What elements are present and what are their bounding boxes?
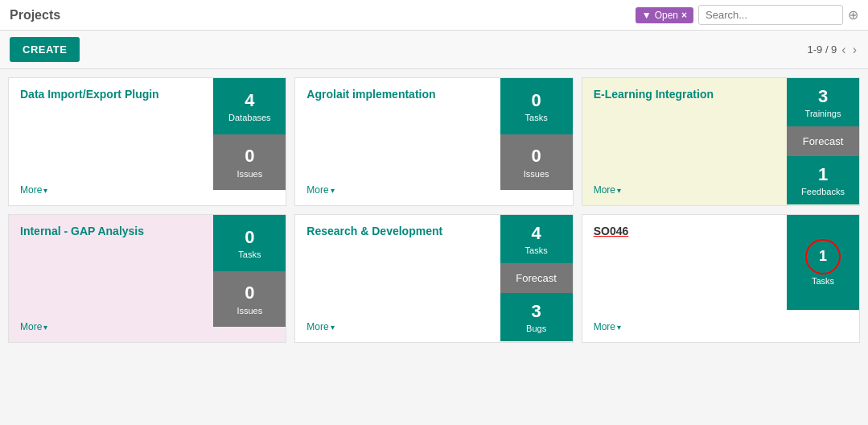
search-area: ▼ Open × ⊕	[636, 5, 858, 25]
project-stats-agrolait: 0Tasks0Issues	[500, 78, 573, 190]
filter-icon: ▼	[642, 10, 652, 21]
project-main-research: Research & DevelopmentMore	[295, 215, 500, 342]
stat-cell-internal-gap-1[interactable]: 0Issues	[213, 271, 286, 328]
stat-cell-data-import-0[interactable]: 4Databases	[213, 78, 286, 134]
project-main-agrolait: Agrolait implementationMore	[295, 78, 500, 205]
stat-label: Tasks	[238, 250, 261, 259]
project-card-agrolait: Agrolait implementationMore0Tasks0Issues	[294, 77, 573, 206]
stat-label: Issues	[237, 169, 262, 179]
stat-cell-data-import-1[interactable]: 0Issues	[213, 134, 286, 191]
stat-cell-elearning-0[interactable]: 3Trainings	[787, 78, 859, 126]
search-input[interactable]	[698, 5, 843, 25]
more-link-internal-gap[interactable]: More	[20, 321, 202, 332]
projects-grid: Data Import/Export PluginMore4Databases0…	[0, 69, 868, 351]
project-main-so046: SO046More	[582, 215, 787, 342]
search-button[interactable]: ⊕	[848, 7, 858, 23]
stat-cell-internal-gap-0[interactable]: 0Tasks	[213, 215, 286, 271]
stat-number: 0	[245, 146, 254, 167]
stat-label: Tasks	[525, 246, 548, 255]
stat-cell-research-1[interactable]: Forecast	[500, 263, 573, 292]
stat-cell-agrolait-1[interactable]: 0Issues	[500, 134, 573, 191]
project-name-research[interactable]: Research & Development	[306, 225, 488, 237]
stat-number: 1	[818, 164, 828, 185]
filter-close[interactable]: ×	[681, 10, 687, 21]
stat-cell-elearning-1[interactable]: Forecast	[787, 126, 859, 155]
stat-cell-so046-0[interactable]: 1Tasks	[787, 215, 859, 310]
project-name-data-import[interactable]: Data Import/Export Plugin	[20, 88, 202, 101]
project-card-so046: SO046More1Tasks	[582, 214, 860, 343]
page-title: Projects	[10, 8, 60, 23]
project-name-so046[interactable]: SO046	[594, 225, 775, 237]
create-button[interactable]: CREATE	[10, 37, 80, 62]
project-name-elearning[interactable]: E-Learning Integration	[594, 88, 775, 101]
stat-number: 0	[245, 283, 254, 303]
project-stats-data-import: 4Databases0Issues	[213, 78, 286, 190]
project-stats-internal-gap: 0Tasks0Issues	[213, 215, 286, 327]
stat-number: 0	[532, 146, 541, 167]
stat-number: 3	[532, 301, 541, 322]
project-card-internal-gap: Internal - GAP AnalysisMore0Tasks0Issues	[8, 214, 286, 343]
toolbar: CREATE 1-9 / 9 ‹ ›	[0, 31, 868, 69]
stat-label: Issues	[237, 306, 262, 316]
stat-label: Tasks	[525, 113, 548, 122]
more-link-data-import[interactable]: More	[20, 184, 202, 196]
filter-label: Open	[655, 10, 678, 21]
top-bar: Projects ▼ Open × ⊕	[0, 0, 868, 31]
stat-number: 4	[245, 90, 254, 111]
filter-badge[interactable]: ▼ Open ×	[636, 7, 693, 23]
stat-number: 0	[245, 227, 254, 248]
stat-label: Tasks	[812, 276, 834, 286]
stat-label: Feedbacks	[801, 187, 845, 196]
project-stats-research: 4TasksForecast3Bugs	[500, 215, 573, 341]
pagination-label: 1-9 / 9	[807, 43, 837, 56]
project-main-data-import: Data Import/Export PluginMore	[9, 78, 213, 205]
pagination-next[interactable]: ›	[851, 43, 858, 57]
stat-number: 0	[532, 90, 541, 111]
stat-label: Trainings	[805, 109, 841, 118]
pagination-prev[interactable]: ‹	[840, 43, 847, 57]
project-card-elearning: E-Learning IntegrationMore3TrainingsFore…	[582, 77, 860, 206]
project-stats-so046: 1Tasks	[787, 215, 859, 310]
stat-cell-agrolait-0[interactable]: 0Tasks	[500, 78, 573, 134]
pagination: 1-9 / 9 ‹ ›	[807, 43, 858, 57]
stat-cell-research-2[interactable]: 3Bugs	[500, 293, 573, 341]
stat-number: 3	[818, 86, 828, 107]
stat-label: Bugs	[526, 324, 546, 333]
stat-cell-research-0[interactable]: 4Tasks	[500, 215, 573, 263]
stat-number: 4	[532, 223, 541, 244]
stat-label: Issues	[524, 169, 549, 179]
project-name-internal-gap[interactable]: Internal - GAP Analysis	[20, 225, 202, 237]
project-main-internal-gap: Internal - GAP AnalysisMore	[9, 215, 213, 342]
project-card-research: Research & DevelopmentMore4TasksForecast…	[294, 214, 573, 343]
more-link-research[interactable]: More	[306, 321, 488, 332]
project-stats-elearning: 3TrainingsForecast1Feedbacks	[787, 78, 859, 204]
project-card-data-import: Data Import/Export PluginMore4Databases0…	[8, 77, 286, 206]
stat-label: Databases	[228, 113, 271, 122]
project-name-agrolait[interactable]: Agrolait implementation	[306, 88, 488, 101]
project-main-elearning: E-Learning IntegrationMore	[582, 78, 787, 205]
more-link-agrolait[interactable]: More	[306, 184, 488, 196]
circled-stat: 1	[805, 239, 841, 274]
more-link-so046[interactable]: More	[594, 321, 775, 332]
more-link-elearning[interactable]: More	[594, 184, 775, 196]
stat-cell-elearning-2[interactable]: 1Feedbacks	[787, 156, 859, 204]
